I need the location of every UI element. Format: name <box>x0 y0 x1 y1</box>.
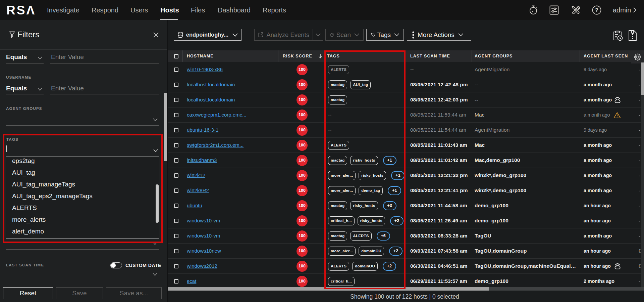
svg-text:?: ? <box>595 7 598 13</box>
